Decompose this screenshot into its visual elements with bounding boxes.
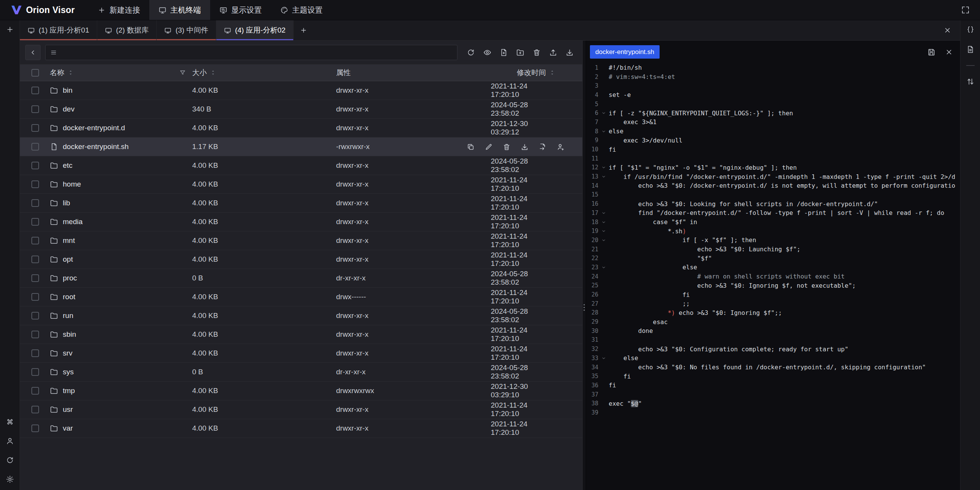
code-editor-button[interactable] xyxy=(966,25,975,34)
row-checkbox[interactable] xyxy=(31,237,39,244)
monitor-icon xyxy=(224,27,231,34)
row-checkbox[interactable] xyxy=(31,387,39,395)
row-action-download-icon[interactable] xyxy=(521,143,529,151)
table-row[interactable]: sbin4.00 KBdrwxr-xr-x2021-11-24 17:20:10 xyxy=(20,325,582,344)
new-tab-button[interactable] xyxy=(6,25,14,34)
select-all-checkbox[interactable] xyxy=(31,69,39,77)
tab-database[interactable]: (2) 数据库 xyxy=(97,20,157,40)
row-checkbox[interactable] xyxy=(31,293,39,301)
table-row[interactable]: etc4.00 KBdrwxr-xr-x2024-05-28 23:58:02 xyxy=(20,156,582,175)
row-checkbox[interactable] xyxy=(31,406,39,413)
path-list-icon[interactable] xyxy=(50,49,57,56)
fold-chevron-icon[interactable] xyxy=(598,129,609,134)
table-row[interactable]: dev340 Bdrwxr-xr-x2024-05-28 23:58:02 xyxy=(20,100,582,119)
path-input[interactable] xyxy=(61,49,452,57)
code-editor[interactable]: 1#!/bin/sh2# vim:sw=4:ts=4:et34set -e56i… xyxy=(586,62,960,490)
row-action-permission-icon[interactable] xyxy=(557,143,565,151)
row-checkbox[interactable] xyxy=(31,87,39,94)
close-editor-icon[interactable] xyxy=(945,48,953,56)
menu-item-new-connection[interactable]: 新建连接 xyxy=(88,0,149,20)
table-row[interactable]: run4.00 KBdrwxr-xr-x2024-05-28 23:58:02 xyxy=(20,306,582,325)
panel-splitter[interactable] xyxy=(582,41,586,490)
row-checkbox[interactable] xyxy=(31,312,39,320)
row-checkbox[interactable] xyxy=(31,143,39,151)
table-row[interactable]: docker-entrypoint.d4.00 KBdrwxr-xr-x2021… xyxy=(20,119,582,138)
upload-button[interactable] xyxy=(549,48,557,57)
settings-button[interactable] xyxy=(6,475,14,483)
table-row[interactable]: bin4.00 KBdrwxr-xr-x2021-11-24 17:20:10 xyxy=(20,81,582,100)
table-row[interactable]: sys0 Bdr-xr-xr-x2024-05-28 23:58:02 xyxy=(20,363,582,382)
column-header-time[interactable]: 修改时间 xyxy=(491,68,582,78)
row-checkbox[interactable] xyxy=(31,180,39,188)
transfer-list-button[interactable] xyxy=(966,77,975,86)
sort-name-icon[interactable] xyxy=(67,69,74,76)
column-header-name[interactable]: 名称 xyxy=(44,68,192,78)
fold-chevron-icon[interactable] xyxy=(598,238,609,243)
fold-chevron-icon[interactable] xyxy=(598,265,609,270)
file-list-button[interactable] xyxy=(966,45,975,54)
close-panel-icon[interactable] xyxy=(943,26,952,34)
fold-chevron-icon[interactable] xyxy=(598,165,609,170)
menu-item-host-terminal[interactable]: 主机终端 xyxy=(149,0,210,20)
row-checkbox[interactable] xyxy=(31,124,39,132)
row-checkbox[interactable] xyxy=(31,331,39,338)
new-tab-button[interactable] xyxy=(294,20,314,40)
fold-chevron-icon[interactable] xyxy=(598,220,609,225)
tab-middleware[interactable]: (3) 中间件 xyxy=(157,20,216,40)
splitter-grip-icon[interactable] xyxy=(584,304,585,311)
table-row[interactable]: var4.00 KBdrwxr-xr-x2021-11-24 17:20:10 xyxy=(20,419,582,438)
fold-chevron-icon[interactable] xyxy=(598,210,609,216)
row-action-delete-icon[interactable] xyxy=(503,143,511,151)
sort-size-icon[interactable] xyxy=(210,69,216,76)
preview-button[interactable] xyxy=(483,48,492,57)
table-row[interactable]: proc0 Bdr-xr-xr-x2024-05-28 23:58:02 xyxy=(20,269,582,288)
table-row[interactable]: home4.00 KBdrwxr-xr-x2021-11-24 17:20:10 xyxy=(20,175,582,194)
tab-app-analysis-02[interactable]: (4) 应用-分析02 xyxy=(216,20,294,40)
table-row[interactable]: usr4.00 KBdrwxr-xr-x2021-11-24 17:20:10 xyxy=(20,400,582,419)
new-folder-button[interactable] xyxy=(516,48,524,57)
row-checkbox-cell xyxy=(20,349,44,357)
menu-item-display-settings[interactable]: 显示设置 xyxy=(210,0,271,20)
row-checkbox[interactable] xyxy=(31,199,39,207)
table-row[interactable]: tmp4.00 KBdrwxrwxrwx2021-12-30 03:29:10 xyxy=(20,382,582,400)
menu-item-theme-settings[interactable]: 主题设置 xyxy=(271,0,332,20)
column-header-size[interactable]: 大小 xyxy=(192,68,336,78)
row-checkbox[interactable] xyxy=(31,349,39,357)
fold-chevron-icon[interactable] xyxy=(598,228,609,234)
row-action-move-icon[interactable] xyxy=(539,143,547,151)
row-checkbox[interactable] xyxy=(31,162,39,169)
fold-chevron-icon[interactable] xyxy=(598,110,609,116)
row-checkbox[interactable] xyxy=(31,256,39,263)
back-button[interactable] xyxy=(25,45,41,60)
row-checkbox[interactable] xyxy=(31,368,39,376)
row-checkbox[interactable] xyxy=(31,424,39,432)
table-row[interactable]: media4.00 KBdrwxr-xr-x2021-11-24 17:20:1… xyxy=(20,213,582,231)
fold-chevron-icon[interactable] xyxy=(598,174,609,179)
sync-button[interactable] xyxy=(6,456,14,464)
table-row[interactable]: srv4.00 KBdrwxr-xr-x2021-11-24 17:20:10 xyxy=(20,344,582,363)
refresh-button[interactable] xyxy=(467,48,475,57)
save-icon[interactable] xyxy=(927,48,936,56)
table-row[interactable]: root4.00 KBdrwx------2021-11-24 17:20:10 xyxy=(20,288,582,306)
sort-time-icon[interactable] xyxy=(549,69,555,76)
fold-chevron-icon[interactable] xyxy=(598,356,609,361)
download-button[interactable] xyxy=(565,48,574,57)
filter-icon[interactable] xyxy=(179,69,186,76)
row-checkbox[interactable] xyxy=(31,218,39,226)
row-checkbox[interactable] xyxy=(31,274,39,282)
new-file-button[interactable] xyxy=(500,48,508,57)
editor-actions xyxy=(927,48,953,56)
editor-file-tab[interactable]: docker-entrypoint.sh xyxy=(590,45,660,59)
row-action-copy-icon[interactable] xyxy=(467,143,475,151)
table-row[interactable]: opt4.00 KBdrwxr-xr-x2021-11-24 17:20:10 xyxy=(20,250,582,269)
tab-app-analysis-01[interactable]: (1) 应用-分析01 xyxy=(20,20,97,40)
table-row[interactable]: lib4.00 KBdrwxr-xr-x2021-11-24 17:20:10 xyxy=(20,194,582,213)
table-row[interactable]: mnt4.00 KBdrwxr-xr-x2021-11-24 17:20:10 xyxy=(20,231,582,250)
shortcut-keys-button[interactable] xyxy=(6,418,14,426)
row-checkbox[interactable] xyxy=(31,105,39,113)
fullscreen-icon[interactable] xyxy=(961,5,970,15)
user-button[interactable] xyxy=(6,437,14,445)
row-action-edit-icon[interactable] xyxy=(485,143,493,151)
delete-button[interactable] xyxy=(532,48,541,57)
table-row[interactable]: docker-entrypoint.sh1.17 KB-rwxrwxr-x xyxy=(20,138,582,156)
